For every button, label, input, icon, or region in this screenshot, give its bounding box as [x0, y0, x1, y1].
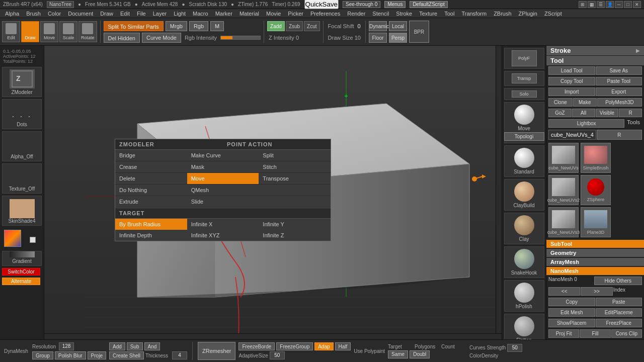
doubl-btn[interactable]: Doubl: [410, 350, 430, 358]
cm-split[interactable]: Split: [259, 150, 331, 161]
menu-alpha[interactable]: Alpha: [2, 9, 22, 18]
nav-next-btn[interactable]: >>: [581, 287, 612, 296]
menu-stencil[interactable]: Stencil: [369, 9, 392, 18]
cm-transpose[interactable]: Transpose: [259, 173, 331, 185]
cm-infinite-x[interactable]: Infinite X: [187, 219, 259, 230]
copy-tool-btn[interactable]: Copy Tool: [548, 77, 595, 85]
r2-btn[interactable]: R: [597, 130, 642, 140]
polish-blur-btn[interactable]: Polish Blur: [55, 351, 86, 359]
rgb-intensity-slider[interactable]: [220, 36, 261, 40]
menus-btn[interactable]: Menus: [384, 1, 406, 8]
curve-mode-btn[interactable]: Curve Mode: [142, 33, 181, 43]
menu-marker[interactable]: Marker: [212, 9, 235, 18]
cm-move[interactable]: Move: [187, 173, 259, 185]
zremesher-btn[interactable]: ZRemesher: [198, 342, 235, 360]
menu-draw[interactable]: Draw: [97, 9, 116, 18]
copy-nm-btn[interactable]: Copy: [548, 298, 595, 306]
menu-tool[interactable]: Tool: [441, 9, 457, 18]
polyf-btn[interactable]: PolyF: [504, 48, 544, 69]
goz-btn[interactable]: GoZ: [548, 109, 572, 117]
menu-color[interactable]: Color: [45, 9, 64, 18]
menu-zplugin[interactable]: ZPlugin: [516, 9, 540, 18]
same-btn[interactable]: Same: [388, 350, 408, 358]
cm-do-nothing[interactable]: Do Nothing: [115, 185, 187, 196]
editplaceme-btn[interactable]: EditPlaceme: [596, 308, 642, 317]
nanotree-btn[interactable]: NanoTree: [47, 1, 74, 8]
cm-mask[interactable]: Mask: [187, 161, 259, 173]
visible-btn[interactable]: Visible: [596, 109, 619, 117]
nav-prev-btn[interactable]: <<: [548, 287, 580, 296]
and-btn[interactable]: And: [144, 342, 160, 350]
persp-btn[interactable]: Persp: [389, 33, 407, 43]
cm-infinite-y[interactable]: Infinite Y: [259, 219, 331, 230]
cm-make-curve[interactable]: Make Curve: [187, 150, 259, 161]
icon-btn-7[interactable]: ✕: [633, 1, 641, 8]
polymesh3d-btn[interactable]: PolyMesh3D: [597, 98, 642, 107]
zadd-btn[interactable]: Zadd: [267, 21, 285, 31]
sub-btn[interactable]: Sub: [127, 342, 143, 350]
icon-btn-2[interactable]: ▦: [588, 1, 596, 8]
menu-macro[interactable]: Macro: [190, 9, 211, 18]
transp-btn[interactable]: Transp: [504, 71, 544, 86]
cons-clip-btn[interactable]: Cons Clip: [611, 329, 642, 338]
freeze-place-btn[interactable]: FreezPlace: [596, 319, 642, 327]
menu-zscript[interactable]: ZScript: [541, 9, 565, 18]
dynamic-btn[interactable]: Dynamic: [369, 21, 387, 31]
freeze-border-btn[interactable]: FreezeBorde: [238, 342, 275, 350]
cm-slide[interactable]: Slide: [187, 196, 259, 208]
del-hidden-btn[interactable]: Del Hidden: [104, 33, 140, 43]
cm-delete[interactable]: Delete: [115, 173, 187, 185]
freeze-group-btn[interactable]: FreezeGroup: [276, 342, 313, 350]
menu-render[interactable]: Render: [344, 9, 368, 18]
flatten-btn[interactable]: Flatten: [504, 314, 544, 339]
menu-texture[interactable]: Texture: [416, 9, 440, 18]
cm-by-brush-radius[interactable]: By Brush Radius: [115, 219, 187, 230]
menu-brush[interactable]: Brush: [23, 9, 44, 18]
snakehook-btn[interactable]: SnakeHook: [504, 246, 544, 278]
paste-nm-btn[interactable]: Paste: [596, 298, 642, 306]
r-btn[interactable]: R: [619, 109, 642, 117]
defaultz-btn[interactable]: DefaultZScript: [410, 1, 447, 8]
load-tool-btn[interactable]: Load Tool: [548, 66, 595, 75]
canvas-area[interactable]: ZMODELER POINT ACTION Bridge Make Curve …: [44, 46, 502, 339]
edit-mesh-btn[interactable]: Edit Mesh: [548, 308, 595, 317]
hide-others-btn[interactable]: Hide Others: [594, 277, 642, 285]
menu-light[interactable]: Light: [171, 9, 189, 18]
menu-document[interactable]: Document: [65, 9, 96, 18]
canvas-vscroll[interactable]: [496, 46, 502, 339]
alpha-off[interactable]: Alpha_Off: [2, 131, 42, 161]
switch-color-btn[interactable]: SwitchColor: [2, 268, 40, 276]
menu-material[interactable]: Material: [236, 9, 262, 18]
create-shell-btn[interactable]: Create Shell: [109, 351, 144, 359]
make-btn[interactable]: Make: [573, 98, 597, 107]
icon-btn-1[interactable]: ⊞: [579, 1, 587, 8]
mrgb-btn[interactable]: Mrgb: [166, 21, 187, 31]
thumb-cube-newuvs2[interactable]: cube_NewUVs2: [548, 175, 579, 205]
icon-btn-3[interactable]: ☰: [597, 1, 605, 8]
menu-stroke[interactable]: Stroke: [393, 9, 415, 18]
gradient-item[interactable]: Gradient: [2, 251, 42, 266]
floor-btn[interactable]: Floor: [369, 33, 387, 43]
thumb-cube-newuvs3[interactable]: cube_NewUVs3: [548, 207, 579, 237]
all-btn[interactable]: All: [572, 109, 595, 117]
texture-off[interactable]: Texture_Off: [2, 163, 42, 194]
menu-movie[interactable]: Movie: [263, 9, 284, 18]
menu-transform[interactable]: Transform: [458, 9, 490, 18]
cm-extrude[interactable]: Extrude: [115, 196, 187, 208]
dots-brush[interactable]: · · · Dots: [2, 99, 42, 129]
zcut-btn[interactable]: Zcut: [304, 21, 319, 31]
add-btn[interactable]: Add: [109, 342, 125, 350]
cm-bridge[interactable]: Bridge: [115, 150, 187, 161]
see-through-btn[interactable]: See-through 0: [343, 1, 380, 8]
menu-file[interactable]: File: [134, 9, 149, 18]
icon-btn-5[interactable]: ─: [615, 1, 623, 8]
thumb-simplebrush[interactable]: SimpleBrush: [581, 143, 611, 173]
m-btn[interactable]: M: [210, 21, 224, 31]
fill-btn[interactable]: Fill: [580, 329, 610, 338]
cm-qmesh[interactable]: QMesh: [187, 185, 259, 196]
icon-btn-4[interactable]: 👤: [606, 1, 614, 8]
import-btn[interactable]: Import: [548, 87, 595, 96]
adap-btn[interactable]: Adap: [314, 342, 333, 350]
claybuild-btn[interactable]: ClayBuild: [504, 179, 544, 211]
cm-crease[interactable]: Crease: [115, 161, 187, 173]
